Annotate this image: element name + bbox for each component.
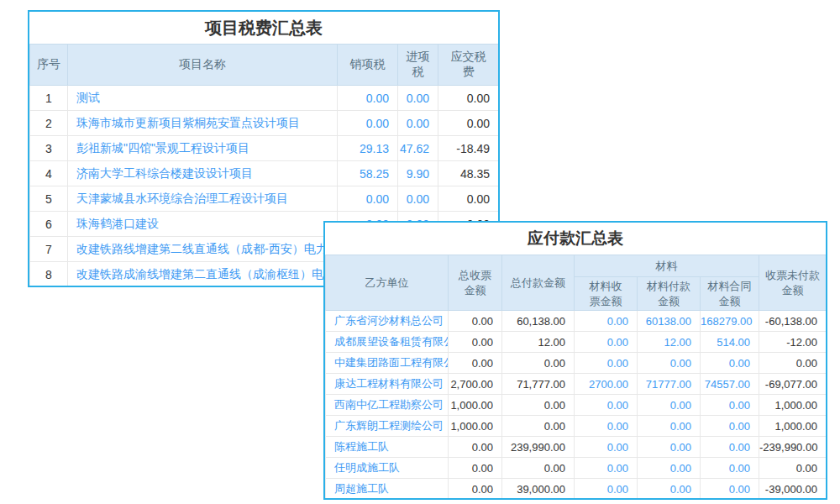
party-name-link[interactable]: 周超施工队	[326, 479, 449, 500]
material-invoice-cell: 0.00	[575, 353, 638, 374]
table-row: 4济南大学工科综合楼建设设计项目58.259.9048.35	[30, 161, 499, 186]
table-row: 3彭祖新城"四馆"景观工程设计项目29.1347.62-18.49	[30, 136, 499, 161]
party-name-link[interactable]: 陈程施工队	[326, 437, 449, 458]
party-name-link[interactable]: 广东辉朗工程测绘公司	[326, 416, 449, 437]
total-payment-cell: 60,138.00	[502, 311, 575, 332]
total-payment-cell: 71,777.00	[502, 374, 575, 395]
material-contract-cell: 0.00	[701, 479, 759, 500]
material-payment-cell: 0.00	[638, 395, 701, 416]
total-payment-cell: 0.00	[502, 416, 575, 437]
project-name-link[interactable]: 测试	[68, 86, 338, 111]
material-invoice-cell: 2700.00	[575, 374, 638, 395]
serial-cell: 3	[30, 136, 68, 161]
col-header-total-payment: 总付款金额	[502, 255, 575, 311]
material-invoice-cell: 0.00	[575, 395, 638, 416]
tax-payable-cell: -18.49	[438, 136, 499, 161]
payable-summary-panel: 应付款汇总表 乙方单位 总收票 金额 总付款金额 材料 收票未付款 金额 材料收…	[323, 221, 827, 500]
total-invoice-cell: 0.00	[449, 353, 502, 374]
output-tax-cell: 29.13	[338, 136, 398, 161]
payable-summary-table: 乙方单位 总收票 金额 总付款金额 材料 收票未付款 金额 材料收 票金额 材料…	[325, 255, 827, 500]
total-invoice-cell: 0.00	[449, 479, 502, 500]
material-payment-cell: 0.00	[638, 416, 701, 437]
table-row: 中建集团路面工程有限公司0.000.000.000.000.000.00	[326, 353, 827, 374]
total-payment-cell: 0.00	[502, 458, 575, 479]
total-payment-cell: 12.00	[502, 332, 575, 353]
output-tax-cell: 0.00	[338, 186, 398, 212]
party-name-link[interactable]: 中建集团路面工程有限公司	[326, 353, 449, 374]
party-name-link[interactable]: 广东省河沙材料总公司	[326, 311, 449, 332]
input-tax-cell: 0.00	[398, 111, 438, 136]
table-row: 成都展望设备租赁有限公司0.0012.000.0012.00514.00-12.…	[326, 332, 827, 353]
tax-summary-title: 项目税费汇总表	[29, 12, 498, 44]
material-invoice-cell: 0.00	[575, 437, 638, 458]
material-contract-cell: 0.00	[701, 353, 759, 374]
material-contract-cell: 0.00	[701, 416, 759, 437]
total-payment-cell: 0.00	[502, 353, 575, 374]
project-name-link[interactable]: 彭祖新城"四馆"景观工程设计项目	[68, 136, 338, 161]
table-row: 康达工程材料有限公司2,700.0071,777.002700.0071777.…	[326, 374, 827, 395]
material-contract-cell: 0.00	[701, 395, 759, 416]
party-name-link[interactable]: 成都展望设备租赁有限公司	[326, 332, 449, 353]
table-row: 1测试0.000.000.00	[30, 86, 499, 111]
material-contract-cell: 0.00	[701, 437, 759, 458]
project-name-link[interactable]: 改建铁路线增建第二线直通线（成都-西安）电力线	[68, 237, 338, 262]
material-contract-cell: 74557.00	[701, 374, 759, 395]
total-payment-cell: 39,000.00	[502, 479, 575, 500]
project-name-link[interactable]: 珠海市城市更新项目紫桐苑安置点设计项目	[68, 111, 338, 136]
party-name-link[interactable]: 西南中亿工程勘察公司	[326, 395, 449, 416]
table-row: 广东辉朗工程测绘公司1,000.000.000.000.000.001,000.…	[326, 416, 827, 437]
material-payment-cell: 0.00	[638, 353, 701, 374]
project-name-link[interactable]: 珠海鹤港口建设	[68, 212, 338, 237]
invoice-unpaid-cell: -69,077.00	[759, 374, 827, 395]
project-name-link[interactable]: 改建铁路成渝线增建第二直通线（成渝枢纽）电力	[68, 262, 338, 287]
col-header-invoice-unpaid: 收票未付款 金额	[759, 255, 827, 311]
invoice-unpaid-cell: 1,000.00	[759, 416, 827, 437]
material-payment-cell: 71777.00	[638, 374, 701, 395]
table-row: 广东省河沙材料总公司0.0060,138.000.0060138.0016827…	[326, 311, 827, 332]
total-invoice-cell: 1,000.00	[449, 416, 502, 437]
serial-cell: 5	[30, 186, 68, 212]
invoice-unpaid-cell: -60,138.00	[759, 311, 827, 332]
col-header-material-payment: 材料付款 金额	[638, 277, 701, 311]
material-payment-cell: 60138.00	[638, 311, 701, 332]
col-header-serial: 序号	[30, 45, 68, 86]
invoice-unpaid-cell: -39,000.00	[759, 479, 827, 500]
payable-summary-body: 广东省河沙材料总公司0.0060,138.000.0060138.0016827…	[326, 311, 827, 500]
material-payment-cell: 0.00	[638, 479, 701, 500]
party-name-link[interactable]: 任明成施工队	[326, 458, 449, 479]
col-header-material-invoice: 材料收 票金额	[575, 277, 638, 311]
tax-summary-header: 序号 项目名称 销项税 进项 税 应交税 费	[30, 45, 499, 86]
total-invoice-cell: 0.00	[449, 311, 502, 332]
party-name-link[interactable]: 康达工程材料有限公司	[326, 374, 449, 395]
material-contract-cell: 168279.00	[701, 311, 759, 332]
serial-cell: 8	[30, 262, 68, 287]
table-row: 2珠海市城市更新项目紫桐苑安置点设计项目0.000.000.00	[30, 111, 499, 136]
material-contract-cell: 0.00	[701, 458, 759, 479]
col-header-party: 乙方单位	[326, 255, 449, 311]
col-header-output-tax: 销项税	[338, 45, 398, 86]
material-invoice-cell: 0.00	[575, 458, 638, 479]
payable-summary-title: 应付款汇总表	[325, 223, 826, 255]
project-name-link[interactable]: 济南大学工科综合楼建设设计项目	[68, 161, 338, 186]
total-invoice-cell: 0.00	[449, 332, 502, 353]
material-payment-cell: 0.00	[638, 458, 701, 479]
project-name-link[interactable]: 天津蒙城县水环境综合治理工程设计项目	[68, 186, 338, 212]
tax-payable-cell: 0.00	[438, 111, 499, 136]
material-payment-cell: 0.00	[638, 437, 701, 458]
output-tax-cell: 58.25	[338, 161, 398, 186]
total-invoice-cell: 0.00	[449, 437, 502, 458]
tax-payable-cell: 0.00	[438, 86, 499, 111]
table-row: 5天津蒙城县水环境综合治理工程设计项目0.000.000.00	[30, 186, 499, 212]
table-row: 任明成施工队0.000.000.000.000.000.00	[326, 458, 827, 479]
input-tax-cell: 47.62	[398, 136, 438, 161]
col-header-tax-payable: 应交税 费	[438, 45, 499, 86]
table-row: 西南中亿工程勘察公司1,000.000.000.000.000.001,000.…	[326, 395, 827, 416]
invoice-unpaid-cell: 1,000.00	[759, 395, 827, 416]
material-invoice-cell: 0.00	[575, 416, 638, 437]
invoice-unpaid-cell: -239,990.00	[759, 437, 827, 458]
output-tax-cell: 0.00	[338, 111, 398, 136]
material-contract-cell: 514.00	[701, 332, 759, 353]
input-tax-cell: 9.90	[398, 161, 438, 186]
input-tax-cell: 0.00	[398, 86, 438, 111]
col-header-total-invoice: 总收票 金额	[449, 255, 502, 311]
